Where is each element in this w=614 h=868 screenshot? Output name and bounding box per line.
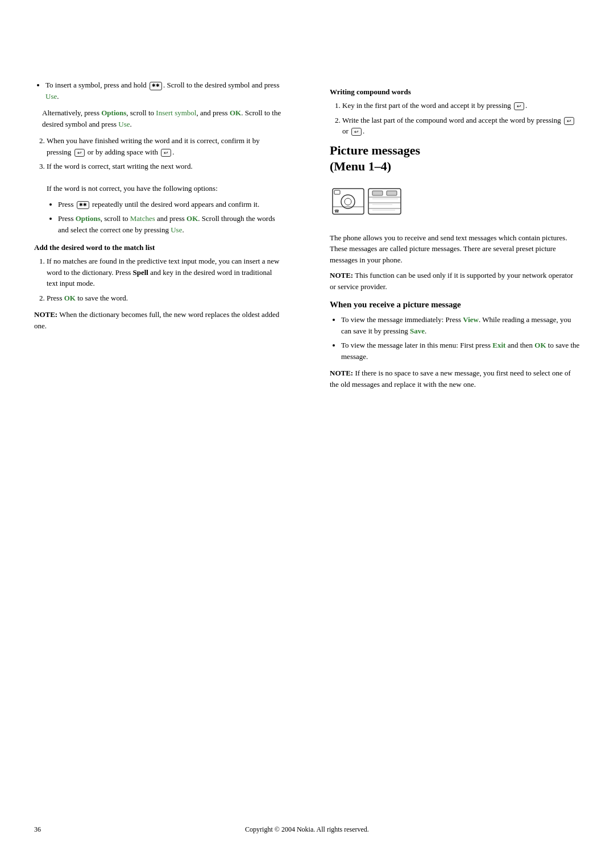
matches-label: Matches: [130, 214, 155, 223]
svg-point-1: [341, 195, 355, 208]
add-section-heading: Add the desired word to the match list: [34, 243, 284, 252]
page-footer: 36 Copyright © 2004 Nokia. All rights re…: [0, 825, 614, 834]
alternatively-text: Alternatively, press Options, scroll to …: [42, 107, 284, 130]
view-label: View: [463, 315, 479, 324]
insert-symbol-item: To insert a symbol, press and hold ✱✱. S…: [45, 80, 284, 102]
add-steps-list: If no matches are found in the predictiv…: [34, 256, 284, 303]
step-2-item: When you have finished writing the word …: [47, 135, 284, 157]
repeat-key-icon: ✱✱: [77, 201, 89, 209]
option-press-repeat: Press ✱✱ repeatedly until the desired wo…: [58, 199, 284, 210]
use-label-3: Use: [171, 226, 182, 234]
receive-options-list: To view the message immediately: Press V…: [330, 314, 580, 362]
add-step-2: Press OK to save the word.: [47, 293, 284, 304]
page-number: 36: [34, 825, 41, 834]
star-key-icon: ✱✱: [150, 82, 162, 90]
svg-text:☎: ☎: [334, 209, 339, 214]
compound-step-2: Write the last part of the compound word…: [342, 115, 580, 137]
options-label-1: Options: [101, 108, 126, 117]
note-label-1: NOTE:: [34, 310, 57, 319]
page: To insert a symbol, press and hold ✱✱. S…: [0, 34, 614, 868]
copyright-text: Copyright © 2004 Nokia. All rights reser…: [245, 825, 369, 833]
picture-messages-heading: Picture messages(Menu 1–4): [330, 143, 580, 175]
confirm-key-icon-1: ↩: [74, 149, 85, 157]
add-step-1: If no matches are found in the predictiv…: [47, 256, 284, 289]
when-receive-heading: When you receive a picture message: [330, 300, 580, 310]
incorrect-word-options: Press ✱✱ repeatedly until the desired wo…: [47, 199, 284, 236]
writing-compound-heading: Writing compound words: [330, 87, 580, 97]
compound-step-1: Key in the first part of the word and ac…: [342, 100, 580, 111]
right-column: Writing compound words Key in the first …: [318, 80, 580, 868]
step-3-item: If the word is correct, start writing th…: [47, 161, 284, 235]
picture-desc-text: The phone allows you to receive and send…: [330, 232, 580, 266]
picture-note-text: NOTE: This function can be used only if …: [330, 270, 580, 292]
receive-option-2: To view the message later in this menu: …: [341, 340, 580, 362]
spell-label: Spell: [133, 268, 148, 277]
ok-label-4: OK: [534, 341, 546, 349]
insert-symbol-bullet: To insert a symbol, press and hold ✱✱. S…: [34, 80, 284, 130]
add-note: NOTE: When the dictionary becomes full, …: [34, 309, 284, 331]
svg-rect-3: [334, 190, 340, 194]
options-label-2: Options: [76, 214, 101, 223]
option-press-options: Press Options, scroll to Matches and pre…: [58, 213, 284, 235]
accept-key-icon-3: ↩: [351, 128, 362, 136]
note-label-3: NOTE:: [330, 369, 353, 377]
save-label: Save: [410, 327, 425, 335]
use-label-2: Use: [118, 120, 130, 128]
compound-steps: Key in the first part of the word and ac…: [330, 100, 580, 137]
svg-point-2: [345, 198, 351, 205]
ok-label-1: OK: [230, 108, 241, 117]
accept-key-icon-2: ↩: [564, 117, 574, 125]
exit-label: Exit: [492, 341, 505, 349]
accept-key-icon-1: ↩: [514, 102, 524, 110]
ok-label-2: OK: [186, 214, 198, 223]
left-column: To insert a symbol, press and hold ✱✱. S…: [34, 80, 296, 868]
svg-rect-11: [387, 191, 397, 195]
receive-note-text: NOTE: If there is no space to save a new…: [330, 368, 580, 390]
picture-messages-image: ☎: [330, 183, 404, 226]
space-key-icon: ↩: [161, 149, 171, 157]
insert-symbol-label: Insert symbol: [156, 108, 196, 117]
ok-label-3: OK: [64, 294, 76, 302]
svg-rect-10: [372, 191, 383, 195]
alternatively-block: Alternatively, press Options, scroll to …: [42, 107, 284, 130]
note-label-2: NOTE:: [330, 271, 353, 279]
use-label-1: Use: [45, 92, 57, 101]
receive-option-1: To view the message immediately: Press V…: [341, 314, 580, 336]
steps-list: When you have finished writing the word …: [34, 135, 284, 235]
